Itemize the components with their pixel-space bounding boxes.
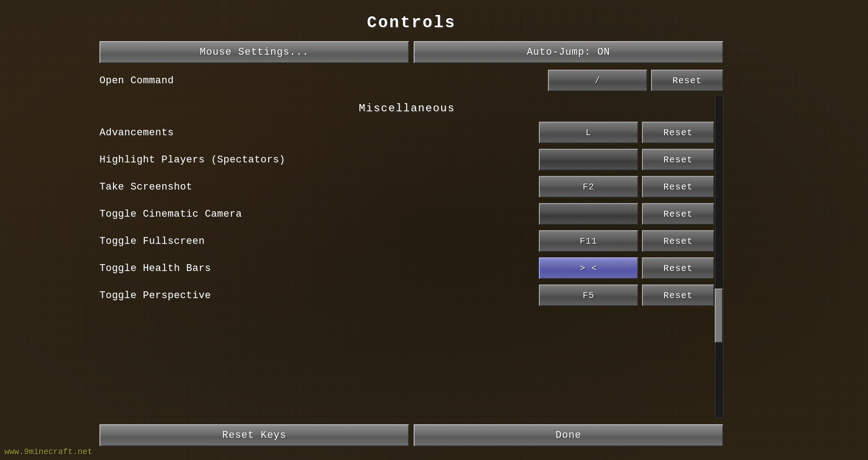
mouse-settings-button[interactable]: Mouse Settings... xyxy=(99,41,409,63)
key-toggle-fullscreen[interactable]: F11 xyxy=(539,230,638,252)
row-toggle-health-bars: Toggle Health Bars > < Reset xyxy=(99,256,714,281)
scroll-inner: Miscellaneous Advancements L Reset Highl… xyxy=(99,102,714,308)
open-command-row: Open Command / Reset xyxy=(99,68,723,93)
label-highlight-players: Highlight Players (Spectators) xyxy=(99,154,539,166)
label-toggle-fullscreen: Toggle Fullscreen xyxy=(99,236,539,247)
reset-keys-button[interactable]: Reset Keys xyxy=(99,424,409,446)
bottom-buttons: Reset Keys Done xyxy=(99,424,723,446)
open-command-reset[interactable]: Reset xyxy=(651,70,723,91)
reset-toggle-health-bars[interactable]: Reset xyxy=(642,257,714,279)
row-advancements: Advancements L Reset xyxy=(99,120,714,145)
label-toggle-perspective: Toggle Perspective xyxy=(99,290,539,301)
key-cinematic-camera[interactable] xyxy=(539,203,638,225)
key-toggle-perspective[interactable]: F5 xyxy=(539,285,638,306)
row-cinematic-camera: Toggle Cinematic Camera Reset xyxy=(99,201,714,227)
auto-jump-button[interactable]: Auto-Jump: ON xyxy=(414,41,723,63)
label-take-screenshot: Take Screenshot xyxy=(99,181,539,193)
page-title: Controls xyxy=(367,14,456,32)
reset-toggle-perspective[interactable]: Reset xyxy=(642,285,714,306)
open-command-key[interactable]: / xyxy=(548,70,647,91)
row-toggle-perspective: Toggle Perspective F5 Reset xyxy=(99,283,714,308)
row-take-screenshot: Take Screenshot F2 Reset xyxy=(99,174,714,199)
watermark: www.9minecraft.net xyxy=(5,447,92,456)
row-highlight-players: Highlight Players (Spectators) Reset xyxy=(99,147,714,172)
reset-cinematic-camera[interactable]: Reset xyxy=(642,203,714,225)
label-cinematic-camera: Toggle Cinematic Camera xyxy=(99,209,539,220)
label-advancements: Advancements xyxy=(99,127,539,138)
row-toggle-fullscreen: Toggle Fullscreen F11 Reset xyxy=(99,228,714,254)
open-command-label: Open Command xyxy=(99,75,548,86)
key-highlight-players[interactable] xyxy=(539,149,638,171)
reset-toggle-fullscreen[interactable]: Reset xyxy=(642,230,714,252)
section-title-miscellaneous: Miscellaneous xyxy=(99,102,714,114)
scrollbar[interactable] xyxy=(715,95,723,418)
done-button[interactable]: Done xyxy=(414,424,723,446)
key-toggle-health-bars[interactable]: > < xyxy=(539,257,638,279)
key-take-screenshot[interactable]: F2 xyxy=(539,176,638,198)
reset-highlight-players[interactable]: Reset xyxy=(642,149,714,171)
label-toggle-health-bars: Toggle Health Bars xyxy=(99,263,539,274)
reset-advancements[interactable]: Reset xyxy=(642,122,714,143)
top-buttons: Mouse Settings... Auto-Jump: ON xyxy=(99,41,723,63)
reset-take-screenshot[interactable]: Reset xyxy=(642,176,714,198)
scrollable-area: Miscellaneous Advancements L Reset Highl… xyxy=(99,95,723,418)
key-advancements[interactable]: L xyxy=(539,122,638,143)
scrollbar-thumb[interactable] xyxy=(715,289,723,343)
